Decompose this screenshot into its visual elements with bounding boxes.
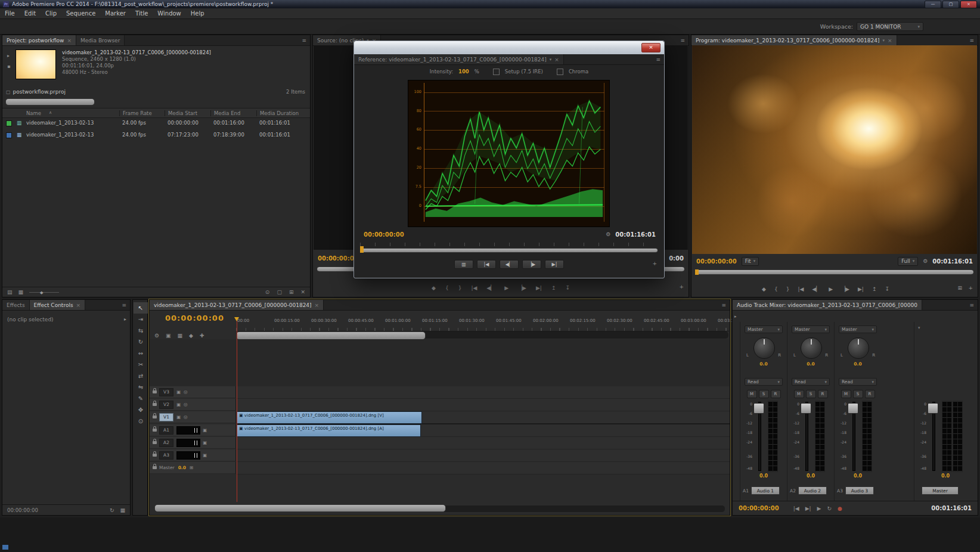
step-forward-icon[interactable]: ▕▶	[841, 286, 849, 292]
keyframe-icon[interactable]: ⊞	[190, 465, 193, 470]
program-playhead-marker[interactable]	[695, 269, 699, 275]
list-view-icon[interactable]: ▤	[7, 289, 13, 295]
menu-file[interactable]: File	[0, 10, 20, 17]
tab-media-browser[interactable]: Media Browser	[76, 35, 125, 45]
fader-level-value[interactable]: 0.0	[740, 473, 787, 479]
panel-menu-icon[interactable]: ≡	[118, 300, 130, 310]
timeline-timecode[interactable]: 00:00:00:00	[165, 314, 224, 322]
track-header-a2[interactable]: A2 ▣	[150, 437, 236, 449]
step-forward-icon[interactable]: ▕▶	[522, 260, 541, 269]
solo-button[interactable]: S	[853, 390, 863, 398]
zoom-level-dropdown[interactable]: Fit ▾	[742, 257, 759, 266]
program-scrollbar-thumb[interactable]	[695, 269, 974, 275]
track-label[interactable]: A1	[159, 426, 173, 435]
pan-value[interactable]: 0.0	[740, 361, 787, 367]
record-arm-button[interactable]: R	[865, 390, 875, 398]
audio-meter-thumbnail[interactable]	[176, 426, 200, 435]
pan-knob[interactable]	[753, 337, 775, 359]
program-viewer[interactable]	[692, 45, 977, 254]
automation-mode-dropdown[interactable]: Read ▾	[792, 378, 830, 386]
fader-handle[interactable]	[801, 403, 811, 414]
timeline-hscroll-thumb[interactable]	[154, 504, 446, 512]
playhead-caret[interactable]	[234, 317, 239, 321]
icon-view-icon[interactable]: ▦	[18, 289, 24, 295]
fader-level-value[interactable]: 0.0	[914, 473, 976, 479]
chroma-checkbox[interactable]	[557, 69, 563, 75]
new-item-icon[interactable]: ⊞	[289, 289, 294, 295]
video-clip[interactable]: ▣ videomaker_1_2013-02-13_0717_C0006_[00…	[237, 411, 422, 424]
track-lane-a3[interactable]	[236, 449, 730, 462]
tab-sequence[interactable]: videomaker_1_2013-02-13_0717_C0006_[0000…	[150, 300, 324, 310]
settings-wrench-icon[interactable]: ⚙	[923, 258, 928, 264]
master-name-button[interactable]: Master	[922, 486, 959, 495]
go-to-out-icon[interactable]: ▶|	[536, 285, 542, 291]
track-label-targeted[interactable]: V1	[159, 413, 173, 421]
snap-icon[interactable]: ▣	[166, 333, 171, 339]
go-to-out-icon[interactable]: ▶|	[805, 506, 811, 511]
track-sync-toggle-icon[interactable]: ▣	[176, 389, 181, 395]
add-button-icon[interactable]: +	[652, 261, 657, 266]
go-to-in-icon[interactable]: |◀	[471, 285, 477, 291]
toggle-audio-loop-icon[interactable]: ↻	[110, 507, 114, 513]
panel-menu-icon[interactable]: ≡	[966, 35, 978, 45]
track-lane-v2[interactable]	[236, 399, 730, 411]
add-marker-icon[interactable]: ◆	[189, 333, 193, 339]
minimize-button[interactable]: —	[925, 1, 941, 8]
taskbar-app-icon[interactable]	[2, 545, 8, 550]
intensity-value[interactable]: 100	[458, 69, 469, 75]
close-icon[interactable]: ×	[315, 302, 320, 308]
mark-in-icon[interactable]: {	[445, 285, 449, 291]
pan-knob[interactable]	[848, 337, 869, 359]
bin-name[interactable]: postworkflow.prproj	[13, 89, 66, 95]
tab-effects[interactable]: Effects	[2, 300, 30, 310]
close-icon[interactable]: ×	[888, 38, 892, 44]
go-to-in-icon[interactable]: |◀	[793, 506, 799, 511]
export-frame-icon[interactable]: ⊞	[957, 285, 962, 291]
close-icon[interactable]: ×	[67, 38, 72, 44]
playback-resolution-dropdown[interactable]: Full ▾	[898, 257, 918, 266]
mark-out-icon[interactable]: }	[458, 285, 462, 291]
rolling-edit-tool[interactable]: ↻	[134, 336, 148, 348]
menu-help[interactable]: Help	[186, 10, 209, 17]
tab-effect-controls[interactable]: Effect Controls ×	[30, 300, 86, 310]
record-arm-button[interactable]: R	[771, 390, 781, 398]
table-row[interactable]: ▦ videomaker_1_2013-02-13 24.00 fps 07:1…	[2, 129, 310, 141]
pan-value[interactable]: 0.0	[787, 361, 834, 367]
fader-handle[interactable]	[848, 403, 858, 414]
track-header-v2[interactable]: V2 ▣ ◎	[150, 399, 236, 411]
tab-reference[interactable]: Reference: videomaker_1_2013-02-13_0717_…	[354, 54, 564, 64]
mark-out-icon[interactable]: }	[786, 286, 790, 292]
pan-value[interactable]: 0.0	[835, 361, 881, 367]
track-header-master[interactable]: Master 0.0 ⊞	[150, 462, 236, 474]
go-to-out-icon[interactable]: ▶|	[858, 286, 864, 292]
lock-icon[interactable]	[153, 429, 157, 432]
loop-icon[interactable]: ↻	[827, 506, 832, 511]
find-icon[interactable]: ⊙	[265, 289, 270, 295]
column-name[interactable]: Name	[26, 110, 41, 116]
play-icon[interactable]: ▸	[7, 53, 10, 58]
source-timecode-current[interactable]: 00:00:00:0	[318, 255, 354, 262]
track-label[interactable]: V3	[159, 388, 173, 396]
add-marker-icon[interactable]: ◆	[762, 286, 766, 292]
close-icon[interactable]: ×	[554, 57, 559, 63]
reference-timecode-current[interactable]: 00:00:00:00	[364, 231, 404, 238]
settings-wrench-icon[interactable]: ⚙	[606, 231, 610, 237]
label-chip-green[interactable]	[6, 120, 12, 126]
track-select-tool[interactable]: ⇥	[134, 314, 148, 325]
ripple-edit-tool[interactable]: ⇆	[134, 325, 148, 336]
menu-sequence[interactable]: Sequence	[61, 10, 100, 17]
toggle-effects-icon[interactable]: ▦	[120, 507, 125, 513]
panel-menu-icon[interactable]: ≡	[718, 300, 730, 310]
track-lane-v3[interactable]	[236, 386, 730, 399]
step-forward-icon[interactable]: ▕▶	[518, 285, 526, 291]
automation-mode-dropdown[interactable]: Read ▾	[745, 378, 783, 386]
automation-mode-dropdown[interactable]: Read ▾	[839, 378, 877, 386]
track-output-assign-dropdown[interactable]: Master ▾	[792, 325, 830, 333]
poster-frame-icon[interactable]: ▪	[7, 64, 10, 69]
track-name-button[interactable]: Audio 2	[798, 486, 827, 495]
solo-button[interactable]: S	[806, 390, 816, 398]
master-gain-value[interactable]: 0.0	[178, 465, 186, 470]
lock-icon[interactable]	[153, 390, 157, 393]
track-sync-toggle-icon[interactable]: ▣	[176, 414, 181, 420]
fader-level-value[interactable]: 0.0	[787, 473, 834, 479]
